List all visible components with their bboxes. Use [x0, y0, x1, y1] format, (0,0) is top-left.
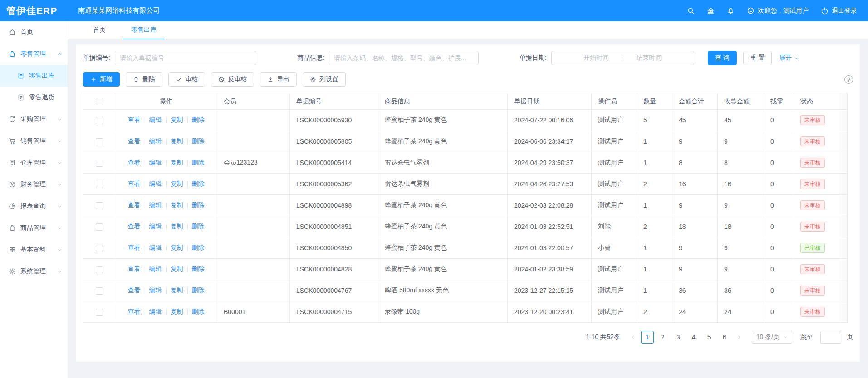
sidebar-item-retail[interactable]: 零售管理 — [0, 43, 68, 65]
export-button[interactable]: 导出 — [260, 72, 297, 87]
action-delete[interactable]: 删除 — [192, 265, 205, 273]
action-edit[interactable]: 编辑 — [149, 308, 162, 316]
action-delete[interactable]: 删除 — [192, 137, 205, 145]
row-checkbox[interactable] — [96, 266, 103, 273]
sidebar-item-system[interactable]: 系统管理 — [0, 261, 68, 282]
bell-icon[interactable] — [727, 7, 735, 15]
row-checkbox[interactable] — [96, 160, 103, 167]
audit-button[interactable]: 审核 — [168, 72, 205, 87]
row-checkbox[interactable] — [96, 117, 103, 124]
action-delete[interactable]: 删除 — [192, 223, 205, 231]
action-delete[interactable]: 删除 — [192, 286, 205, 295]
action-view[interactable]: 查看 — [128, 137, 141, 145]
cell-product: 蜂蜜柚子茶 240g 黄色 — [378, 110, 508, 131]
row-checkbox[interactable] — [96, 245, 103, 252]
row-checkbox[interactable] — [96, 223, 103, 231]
grid-icon — [9, 246, 16, 253]
date-range-picker[interactable]: 开始时间 ~ 结束时间 — [551, 51, 694, 65]
reset-button[interactable]: 重 置 — [743, 51, 772, 65]
sidebar-item-sales[interactable]: 销售管理 — [0, 130, 68, 152]
prev-page-button[interactable] — [628, 334, 638, 340]
page-4[interactable]: 4 — [687, 331, 700, 344]
action-edit[interactable]: 编辑 — [149, 137, 162, 145]
action-copy[interactable]: 复制 — [171, 286, 183, 295]
action-edit[interactable]: 编辑 — [149, 244, 162, 252]
page-5[interactable]: 5 — [703, 331, 716, 344]
action-delete[interactable]: 删除 — [192, 159, 205, 167]
sidebar-item-purchase[interactable]: 采购管理 — [0, 108, 68, 130]
cell-bill_no: LSCK00000005362 — [290, 174, 378, 195]
bill-no-input[interactable] — [115, 51, 256, 65]
row-checkbox[interactable] — [96, 309, 103, 316]
action-delete[interactable]: 删除 — [192, 308, 205, 316]
row-checkbox[interactable] — [96, 181, 103, 188]
action-copy[interactable]: 复制 — [171, 180, 183, 188]
action-view[interactable]: 查看 — [128, 265, 141, 273]
action-separator — [166, 224, 167, 230]
action-edit[interactable]: 编辑 — [149, 223, 162, 231]
bank-icon[interactable] — [707, 7, 715, 15]
sidebar-item-retail-return[interactable]: 零售退货 — [0, 87, 68, 108]
action-view[interactable]: 查看 — [128, 223, 141, 231]
action-copy[interactable]: 复制 — [171, 308, 183, 316]
action-copy[interactable]: 复制 — [171, 159, 183, 167]
product-info-input[interactable] — [329, 51, 479, 65]
action-copy[interactable]: 复制 — [171, 116, 183, 124]
page-6[interactable]: 6 — [718, 331, 731, 344]
action-delete[interactable]: 删除 — [192, 201, 205, 209]
row-checkbox[interactable] — [96, 138, 103, 145]
sidebar-item-finance[interactable]: 财务管理 — [0, 174, 68, 195]
jump-page-input[interactable] — [820, 331, 841, 344]
action-copy[interactable]: 复制 — [171, 223, 183, 231]
page-3[interactable]: 3 — [672, 331, 685, 344]
action-edit[interactable]: 编辑 — [149, 201, 162, 209]
sidebar-item-retail-outbound[interactable]: 零售出库 — [0, 65, 68, 87]
action-view[interactable]: 查看 — [128, 201, 141, 209]
tab-home[interactable]: 首页 — [84, 21, 114, 39]
page-1[interactable]: 1 — [641, 331, 654, 344]
action-view[interactable]: 查看 — [128, 159, 141, 167]
action-copy[interactable]: 复制 — [171, 244, 183, 252]
select-all-checkbox[interactable] — [96, 98, 103, 105]
sidebar-item-report[interactable]: 报表查询 — [0, 195, 68, 217]
action-delete[interactable]: 删除 — [192, 244, 205, 252]
action-copy[interactable]: 复制 — [171, 265, 183, 273]
unaudit-button[interactable]: 反审核 — [211, 72, 254, 87]
help-icon[interactable]: ? — [844, 75, 853, 84]
row-checkbox[interactable] — [96, 202, 103, 209]
page-2[interactable]: 2 — [657, 331, 669, 344]
sidebar-item-home[interactable]: 首页 — [0, 21, 68, 43]
action-edit[interactable]: 编辑 — [149, 265, 162, 273]
expand-link[interactable]: 展开 — [779, 54, 799, 62]
action-delete[interactable]: 删除 — [192, 116, 205, 124]
action-edit[interactable]: 编辑 — [149, 286, 162, 295]
action-view[interactable]: 查看 — [128, 286, 141, 295]
row-checkbox[interactable] — [96, 287, 103, 295]
action-edit[interactable]: 编辑 — [149, 159, 162, 167]
delete-button[interactable]: 删除 — [126, 72, 162, 87]
action-view[interactable]: 查看 — [128, 244, 141, 252]
action-view[interactable]: 查看 — [128, 180, 141, 188]
action-edit[interactable]: 编辑 — [149, 116, 162, 124]
outbound-table: 操作会员单据编号商品信息单据日期操作员数量金额合计收款金额找零状态 查看编辑复制… — [83, 93, 848, 323]
next-page-button[interactable] — [734, 334, 745, 340]
tab-retail-outbound[interactable]: 零售出库 — [123, 21, 165, 39]
action-edit[interactable]: 编辑 — [149, 180, 162, 188]
logout-button[interactable]: 退出登录 — [821, 7, 857, 15]
search-button[interactable]: 查 询 — [708, 51, 737, 65]
sidebar-item-basic[interactable]: 基本资料 — [0, 239, 68, 261]
action-view[interactable]: 查看 — [128, 308, 141, 316]
action-view[interactable]: 查看 — [128, 116, 141, 124]
search-icon[interactable] — [687, 7, 695, 15]
action-copy[interactable]: 复制 — [171, 201, 183, 209]
columns-button[interactable]: 列设置 — [303, 72, 346, 87]
page-size-select[interactable]: 10 条/页 — [752, 331, 792, 344]
welcome-user[interactable]: 欢迎您，测试用户 — [747, 7, 809, 15]
cell-change: 0 — [764, 131, 794, 152]
sidebar-item-goods[interactable]: 商品管理 — [0, 217, 68, 239]
add-button[interactable]: 新增 — [83, 72, 120, 87]
cell-received: 24 — [718, 301, 764, 323]
action-copy[interactable]: 复制 — [171, 137, 183, 145]
action-delete[interactable]: 删除 — [192, 180, 205, 188]
sidebar-item-warehouse[interactable]: 仓库管理 — [0, 152, 68, 174]
